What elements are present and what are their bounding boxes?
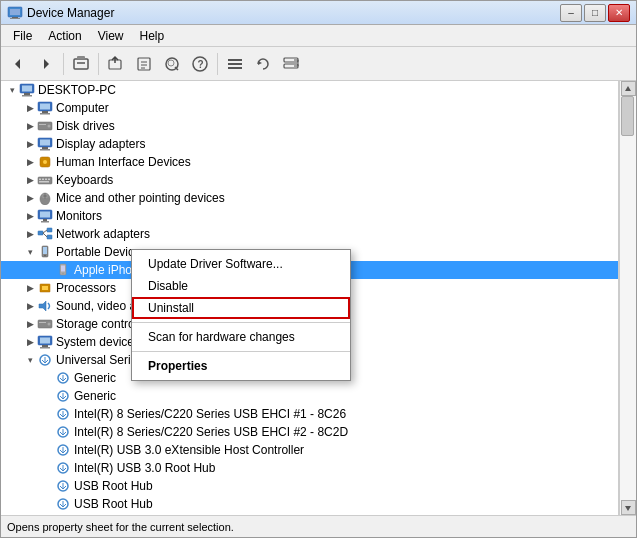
scan-button[interactable] (159, 51, 185, 77)
tree-root[interactable]: ▾ DESKTOP-PC (1, 81, 618, 99)
svg-rect-51 (40, 212, 50, 218)
sound-icon (37, 298, 53, 314)
item-label: Intel(R) 8 Series/C220 Series USB EHCI #… (74, 407, 346, 421)
ctx-uninstall[interactable]: Uninstall (132, 297, 350, 319)
list-item[interactable]: Generic (1, 387, 618, 405)
list-item[interactable]: Intel(R) 8 Series/C220 Series USB EHCI #… (1, 405, 618, 423)
ctx-update-driver[interactable]: Update Driver Software... (132, 253, 350, 275)
ctx-scan-hardware[interactable]: Scan for hardware changes (132, 326, 350, 348)
window-title: Device Manager (27, 6, 560, 20)
usb-device-icon (55, 424, 71, 440)
svg-point-61 (44, 255, 46, 257)
status-bar: Opens property sheet for the current sel… (1, 515, 636, 537)
svg-rect-18 (228, 59, 242, 61)
svg-rect-3 (10, 18, 20, 19)
svg-rect-37 (42, 147, 48, 149)
minimize-button[interactable]: – (560, 4, 582, 22)
expand-icon (41, 407, 55, 421)
mouse-icon (37, 190, 53, 206)
list-item[interactable]: USB Root Hub (1, 477, 618, 495)
app-icon (7, 5, 23, 21)
svg-rect-66 (42, 286, 48, 290)
monitor-icon (37, 208, 53, 224)
menu-file[interactable]: File (5, 27, 40, 45)
show-hidden-button[interactable] (68, 51, 94, 77)
expand-icon: ▶ (23, 101, 37, 115)
storage-icon (37, 316, 53, 332)
properties-button[interactable] (131, 51, 157, 77)
expand-icon (41, 497, 55, 511)
list-item[interactable]: USB Root Hub (1, 495, 618, 513)
svg-rect-46 (39, 181, 49, 183)
list-item[interactable]: ▶ Mice and other pointing devices (1, 189, 618, 207)
expand-icon (41, 263, 55, 277)
list-item[interactable]: ▶ Computer (1, 99, 618, 117)
usb-device-icon (55, 388, 71, 404)
device-manager-view-button[interactable] (222, 51, 248, 77)
back-button[interactable] (5, 51, 31, 77)
list-item[interactable]: ▶ Monitors (1, 207, 618, 225)
svg-marker-5 (44, 59, 49, 69)
item-label: Human Interface Devices (56, 155, 191, 169)
expand-icon: ▶ (23, 299, 37, 313)
context-menu: Update Driver Software... Disable Uninst… (131, 249, 351, 381)
item-label: Mice and other pointing devices (56, 191, 225, 205)
ctx-separator-1 (132, 322, 350, 323)
status-text: Opens property sheet for the current sel… (7, 521, 234, 533)
scroll-down-button[interactable] (621, 500, 636, 515)
svg-point-64 (62, 273, 64, 275)
scrollbar[interactable] (619, 81, 636, 515)
extra-button[interactable] (278, 51, 304, 77)
forward-button[interactable] (33, 51, 59, 77)
svg-marker-85 (625, 506, 631, 511)
menu-help[interactable]: Help (132, 27, 173, 45)
toolbar-separator-2 (98, 53, 99, 75)
svg-point-69 (48, 323, 51, 326)
list-item[interactable]: ▶ Human Interface Devices (1, 153, 618, 171)
help-button[interactable]: ? (187, 51, 213, 77)
svg-point-40 (43, 160, 47, 164)
list-item[interactable]: ▶ Disk drives (1, 117, 618, 135)
ctx-disable[interactable]: Disable (132, 275, 350, 297)
expand-icon (41, 389, 55, 403)
list-item[interactable]: Intel(R) 8 Series/C220 Series USB EHCI #… (1, 423, 618, 441)
svg-rect-19 (228, 63, 242, 65)
svg-rect-30 (42, 111, 48, 113)
ctx-properties[interactable]: Properties (132, 355, 350, 377)
maximize-button[interactable]: □ (584, 4, 606, 22)
expand-icon: ▾ (23, 353, 37, 367)
item-label: System devices (56, 335, 140, 349)
expand-icon (41, 443, 55, 457)
expand-icon: ▶ (23, 155, 37, 169)
device-tree[interactable]: ▾ DESKTOP-PC ▶ Computer (1, 81, 619, 515)
list-item[interactable]: ▶ Network adapters (1, 225, 618, 243)
scroll-up-button[interactable] (621, 81, 636, 96)
svg-rect-45 (48, 179, 50, 181)
close-button[interactable]: ✕ (608, 4, 630, 22)
refresh-button[interactable] (250, 51, 276, 77)
item-label: Generic (74, 371, 116, 385)
list-item[interactable]: ▶ Keyboards (1, 171, 618, 189)
expand-icon: ▶ (23, 137, 37, 151)
svg-rect-55 (47, 228, 52, 232)
scroll-thumb[interactable] (621, 96, 634, 136)
svg-rect-72 (40, 338, 50, 344)
svg-marker-4 (15, 59, 20, 69)
svg-rect-42 (39, 179, 41, 181)
expand-icon: ▶ (23, 227, 37, 241)
svg-rect-56 (47, 235, 52, 239)
list-item[interactable]: Intel(R) USB 3.0 eXtensible Host Control… (1, 441, 618, 459)
menu-action[interactable]: Action (40, 27, 89, 45)
list-item[interactable]: Intel(R) USB 3.0 Root Hub (1, 459, 618, 477)
update-driver-button[interactable] (103, 51, 129, 77)
display-icon (37, 136, 53, 152)
ctx-separator-2 (132, 351, 350, 352)
svg-rect-63 (61, 266, 65, 272)
list-item[interactable]: ▶ Display adapters (1, 135, 618, 153)
svg-rect-60 (43, 247, 47, 254)
scroll-track[interactable] (620, 96, 636, 500)
menu-view[interactable]: View (90, 27, 132, 45)
svg-rect-52 (43, 219, 47, 221)
svg-rect-38 (40, 149, 50, 151)
svg-rect-36 (40, 140, 50, 146)
